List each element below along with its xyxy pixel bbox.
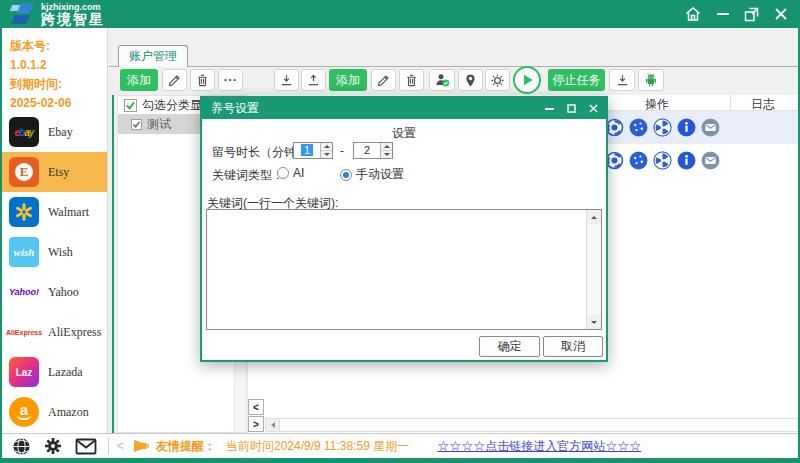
ebay-icon: ebay	[9, 117, 39, 147]
pencil-icon	[376, 73, 391, 88]
collapse-right-button[interactable]: >	[248, 416, 264, 432]
dialog-minimize-icon[interactable]	[545, 108, 554, 110]
sidebar-item-walmart[interactable]: Walmart	[2, 192, 107, 232]
app-logo-icon	[10, 3, 38, 25]
gear-icon	[490, 73, 505, 88]
download-task-button[interactable]	[609, 69, 635, 91]
duration-min-value[interactable]: 1	[301, 144, 313, 156]
collapse-left-button[interactable]: <	[248, 399, 264, 415]
sidebar-item-wish[interactable]: wish Wish	[2, 232, 107, 272]
dialog-close-icon[interactable]	[589, 104, 598, 113]
minimize-icon[interactable]	[717, 13, 729, 15]
sidebar-item-aliexpress[interactable]: AliExpress AliExpress	[2, 312, 107, 352]
delete-category-button[interactable]	[190, 69, 215, 91]
fan-action-icon[interactable]	[653, 151, 672, 170]
radio-manual[interactable]: 手动设置	[340, 166, 404, 183]
dialog-maximize-icon[interactable]	[567, 104, 576, 113]
add-account-button[interactable]: 添加	[329, 69, 367, 91]
dialog-heading: 设置	[202, 125, 606, 142]
sidebar-item-etsy[interactable]: E Etsy	[2, 152, 107, 192]
verify-account-button[interactable]	[429, 69, 455, 91]
expire-label: 到期时间:	[10, 75, 99, 94]
radio-selected-icon[interactable]	[340, 169, 352, 181]
sidebar-item-ebay[interactable]: ebay Ebay	[2, 112, 107, 152]
stepper-down-icon[interactable]	[321, 151, 332, 158]
expire-value: 2025-02-06	[10, 94, 99, 113]
maximize-icon[interactable]	[744, 7, 759, 22]
info-action-icon[interactable]	[677, 151, 696, 170]
play-icon	[524, 75, 533, 85]
home-icon[interactable]	[684, 5, 702, 23]
duration-max-value[interactable]: 2	[364, 144, 370, 156]
radio-unselected-icon[interactable]	[277, 167, 289, 179]
delete-account-button[interactable]	[399, 69, 424, 91]
content-left-accent	[112, 95, 114, 433]
settings-button[interactable]	[485, 69, 510, 91]
column-divider	[730, 95, 731, 111]
tab-account-management[interactable]: 账户管理	[118, 45, 188, 67]
keywords-field-wrap	[206, 209, 602, 330]
official-site-link[interactable]: ☆☆☆☆点击链接进入官方网站☆☆☆	[437, 438, 641, 455]
statusbar: < 友情提醒： 当前时间2024/9/9 11:38:59 星期一 ☆☆☆☆点击…	[2, 433, 798, 458]
duration-max-stepper[interactable]: 2	[353, 142, 393, 159]
add-category-button[interactable]: 添加	[120, 69, 158, 91]
scroll-left-arrow-icon[interactable]	[266, 419, 280, 431]
cookie-action-icon[interactable]	[629, 151, 648, 170]
mail-action-icon[interactable]	[701, 118, 720, 137]
dialog-title: 养号设置	[211, 100, 259, 117]
stepper-down-icon[interactable]	[381, 151, 392, 158]
cancel-button[interactable]: 取消	[543, 336, 603, 357]
sidebar-item-lazada[interactable]: Laz Lazada	[2, 352, 107, 392]
close-icon[interactable]	[774, 7, 788, 21]
info-action-icon[interactable]	[677, 118, 696, 137]
checkbox-checked-icon[interactable]	[131, 119, 142, 130]
globe-icon[interactable]	[12, 437, 31, 456]
trash-icon	[404, 73, 419, 88]
keywords-scrollbar[interactable]	[586, 210, 601, 329]
sidebar-item-amazon[interactable]: a Amazon	[2, 392, 107, 432]
gear-icon[interactable]	[43, 436, 63, 456]
checkbox-checked-icon[interactable]	[124, 99, 137, 112]
statusbar-icons	[2, 436, 102, 456]
marquee-prev-icon[interactable]: <	[117, 439, 124, 453]
etsy-icon: E	[9, 157, 39, 187]
trash-icon	[195, 73, 210, 88]
android-button[interactable]	[638, 69, 664, 91]
android-icon	[643, 72, 659, 88]
scroll-down-icon[interactable]	[587, 315, 601, 329]
cookie-action-icon[interactable]	[629, 118, 648, 137]
location-button[interactable]	[458, 69, 483, 91]
fan-action-icon[interactable]	[653, 118, 672, 137]
sidebar-item-yahoo[interactable]: Yahoo! Yahoo	[2, 272, 107, 312]
ok-button[interactable]: 确定	[479, 336, 540, 357]
platform-label: Amazon	[48, 405, 89, 420]
platform-label: Etsy	[48, 165, 69, 180]
platform-label: Yahoo	[48, 285, 79, 300]
platform-label: Ebay	[48, 125, 73, 140]
license-info: 版本号: 1.0.1.2 到期时间: 2025-02-06	[2, 28, 107, 113]
horizontal-scrollbar[interactable]	[265, 418, 800, 432]
radio-ai[interactable]: AI	[277, 166, 304, 180]
more-actions-button[interactable]: ...	[218, 69, 243, 91]
megaphone-icon	[132, 438, 150, 454]
envelope-icon[interactable]	[75, 438, 97, 455]
statusbar-divider	[108, 438, 109, 454]
tabbar-divider	[109, 66, 800, 67]
scroll-up-icon[interactable]	[587, 210, 601, 224]
aliexpress-icon: AliExpress	[9, 317, 39, 347]
more-dots-icon: ...	[224, 69, 238, 84]
lazada-icon: Laz	[9, 357, 39, 387]
keywords-textarea[interactable]	[207, 210, 587, 329]
stepper-up-icon[interactable]	[321, 143, 332, 151]
stepper-up-icon[interactable]	[381, 143, 392, 151]
edit-account-button[interactable]	[371, 69, 396, 91]
mail-action-icon[interactable]	[701, 151, 720, 170]
stop-task-button[interactable]: 停止任务	[548, 69, 605, 91]
edit-category-button[interactable]	[162, 69, 187, 91]
duration-min-stepper[interactable]: 1	[293, 142, 333, 159]
start-task-button[interactable]	[513, 66, 541, 94]
walmart-icon	[9, 197, 39, 227]
export-button[interactable]	[301, 69, 326, 91]
import-button[interactable]	[274, 69, 299, 91]
radio-manual-label: 手动设置	[356, 166, 404, 183]
